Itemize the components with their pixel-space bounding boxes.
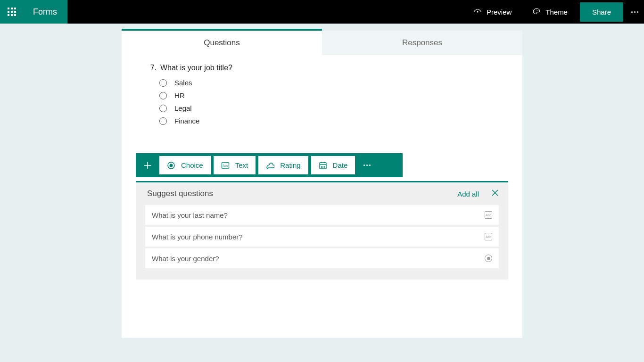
close-icon [491,189,499,197]
add-more-types-button[interactable] [358,156,376,174]
svg-rect-10 [320,163,326,169]
suggest-item-1[interactable]: What is your last name? Abc [145,205,499,225]
suggest-questions-panel: Suggest questions Add all What is your l… [136,181,508,280]
option-2[interactable]: HR [159,91,494,99]
option-3[interactable]: Legal [159,104,494,112]
radio-icon [159,105,167,112]
option-4-label: Finance [174,117,199,125]
choice-type-icon [485,255,492,262]
question-7[interactable]: 7. What is your job title? [150,64,494,72]
top-bar: Forms Preview Theme Share [0,0,644,24]
text-type-icon: Abc [485,211,492,219]
option-3-label: Legal [174,104,192,112]
add-rating-label: Rating [280,161,300,169]
svg-point-0 [477,11,478,13]
waffle-icon [8,8,16,16]
svg-point-7 [170,164,173,167]
preview-button[interactable]: Preview [463,0,522,24]
choice-icon [167,161,175,170]
suggest-item-3-text: What is your gender? [152,255,219,263]
svg-text:Abc: Abc [223,164,228,167]
tab-responses[interactable]: Responses [322,31,522,55]
option-1[interactable]: Sales [159,79,494,87]
add-question-toolbar: Choice Abc Text Rating Date [136,153,403,177]
add-rating-button[interactable]: Rating [258,156,308,174]
more-icon [631,11,638,13]
add-text-label: Text [235,161,248,169]
text-icon: Abc [221,161,230,170]
plus-icon [142,160,153,171]
more-icon [363,165,371,166]
rating-icon [266,161,274,170]
app-name[interactable]: Forms [24,0,67,24]
add-date-label: Date [333,161,348,169]
app-launcher-button[interactable] [0,0,24,24]
add-choice-button[interactable]: Choice [159,156,211,174]
theme-label: Theme [545,8,568,16]
add-text-button[interactable]: Abc Text [214,156,256,174]
suggest-item-2-text: What is your phone number? [152,233,243,241]
tab-questions-label: Questions [204,38,240,48]
add-question-button[interactable] [139,156,157,174]
suggest-item-1-text: What is your last name? [152,211,228,219]
question-number: 7. [150,64,157,72]
suggest-item-2[interactable]: What is your phone number? Abc [145,227,499,247]
form-tabs: Questions Responses [122,31,522,55]
svg-point-1 [535,11,536,12]
question-options: Sales HR Legal Finance [159,79,494,125]
suggest-item-3[interactable]: What is your gender? [145,248,499,268]
theme-icon [532,8,541,16]
question-text: What is your job title? [160,64,232,72]
suggest-title: Suggest questions [145,189,213,198]
option-1-label: Sales [174,79,192,87]
header-more-button[interactable] [625,0,644,24]
share-label: Share [592,8,611,16]
add-all-button[interactable]: Add all [457,190,479,198]
option-2-label: HR [174,91,185,99]
preview-label: Preview [487,8,512,16]
svg-point-2 [536,10,537,11]
radio-icon [159,92,167,99]
add-choice-label: Choice [181,161,203,169]
radio-icon [159,79,167,87]
add-date-button[interactable]: Date [311,156,355,174]
option-4[interactable]: Finance [159,117,494,125]
form-body: 7. What is your job title? Sales HR Lega… [122,55,522,338]
theme-button[interactable]: Theme [522,0,578,24]
close-suggest-button[interactable] [491,189,499,198]
tab-questions[interactable]: Questions [122,31,322,55]
svg-point-3 [538,10,539,11]
date-icon [319,161,327,170]
radio-icon [159,117,167,125]
tab-responses-label: Responses [402,38,442,48]
text-type-icon: Abc [485,233,492,240]
share-button[interactable]: Share [580,2,623,22]
preview-icon [473,8,482,16]
